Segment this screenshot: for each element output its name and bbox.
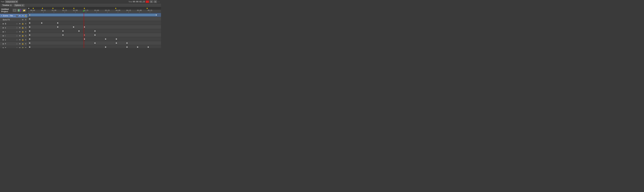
timeline-track-x[interactable] (28, 45, 161, 48)
project-title: Untitled Project (1, 8, 12, 13)
play-button[interactable]: ▶ (28, 8, 30, 9)
timeline-tracks[interactable] (28, 13, 161, 48)
i-left-dot (29, 34, 30, 36)
s-eye-icon[interactable]: 👁 (18, 39, 21, 41)
expand-arrow-s[interactable]: ▶ (3, 39, 5, 41)
f-kf-1 (94, 42, 96, 44)
o-text-icon[interactable]: T (24, 27, 27, 29)
track-name-o: o (5, 27, 16, 29)
scene-mail-icon[interactable]: ✉ (22, 15, 24, 17)
b-text-icon[interactable]: T (24, 23, 27, 25)
track-row-o[interactable]: ▶ o ◎ 👁 🔒 T (0, 26, 28, 30)
timeline-track-o[interactable] (28, 25, 161, 29)
s-lock-icon[interactable]: 🔒 (22, 39, 24, 41)
r-circle-icon[interactable]: ◎ (16, 31, 18, 33)
tab-options-label: Options (15, 4, 21, 6)
track-name-borisfx: Boris FX (3, 19, 22, 21)
r-eye-icon[interactable]: 👁 (18, 31, 21, 33)
borisfx-left-dot (29, 18, 30, 20)
timeline-track-r[interactable] (28, 29, 161, 33)
path-select[interactable]: Independent (5, 0, 18, 3)
r-kf-3 (94, 30, 96, 32)
track-row-scene[interactable]: ▼ Scene - Title Container 7 🎬 👁 ✉ 🔒 (0, 14, 28, 18)
borisfx-text-icon[interactable]: T (24, 19, 27, 21)
timeline-track-borisfx[interactable] (28, 17, 161, 21)
timeline-track-b[interactable] (28, 21, 161, 25)
b-eye-icon[interactable]: 👁 (18, 23, 21, 25)
x-text-icon[interactable]: T (24, 47, 27, 48)
s-text-icon[interactable]: T (24, 39, 27, 41)
track-row-borisfx[interactable]: Boris FX 👁 T (0, 18, 28, 22)
scene-track-icons: 🎬 👁 ✉ 🔒 (16, 15, 27, 17)
expand-arrow-b[interactable]: ▶ (3, 23, 5, 25)
i-kf-1 (62, 34, 64, 36)
i-text-icon[interactable]: T (24, 35, 27, 37)
f-text-icon[interactable]: T (24, 43, 27, 45)
x-lock-icon[interactable]: 🔒 (22, 47, 24, 48)
tab-options-close[interactable]: ■ (22, 4, 24, 6)
f-circle-icon[interactable]: ◎ (16, 43, 18, 45)
o-lock-icon[interactable]: 🔒 (22, 27, 24, 29)
i-lock-icon[interactable]: 🔒 (22, 35, 24, 37)
time-label: Time (128, 1, 132, 3)
ruler-mark-0400: 04;00 (116, 10, 120, 13)
timeline-track-s[interactable] (28, 37, 161, 41)
svg-marker-2 (83, 10, 85, 12)
tab-timeline-close[interactable]: ■ (10, 4, 12, 6)
tab-timeline[interactable]: Timeline ■ (1, 4, 13, 7)
x-kf-4 (148, 46, 149, 48)
f-eye-icon[interactable]: 👁 (18, 43, 21, 45)
timeline-ruler[interactable]: 00;00 00;15 01;00 01;15 02;00 02;15 (28, 10, 161, 13)
color-bars-icon-button[interactable] (17, 9, 22, 12)
record-button[interactable] (146, 1, 149, 3)
scene-play-triangle (156, 14, 157, 16)
f-lock-icon[interactable]: 🔒 (22, 43, 24, 45)
timeline-track-scene[interactable] (28, 13, 161, 17)
x-eye-icon[interactable]: 👁 (18, 47, 21, 48)
track-row-b[interactable]: ▶ B ◎ 👁 🔒 T (0, 22, 28, 26)
thumbnail-icon-button[interactable] (12, 9, 17, 12)
expand-arrow-x[interactable]: ▶ (3, 47, 5, 48)
track-name-i: i (5, 35, 16, 37)
o-eye-icon[interactable]: 👁 (18, 27, 21, 29)
expand-arrow-i[interactable]: ▶ (3, 35, 5, 37)
track-row-s[interactable]: ▶ s ◎ 👁 🔒 T (0, 38, 28, 42)
e-button-2[interactable]: E (154, 1, 157, 3)
i-circle-icon[interactable]: ◎ (16, 35, 18, 37)
f-kf-3 (126, 42, 128, 44)
yellow-dot-8 (147, 8, 148, 9)
b-circle-icon[interactable]: ◎ (16, 23, 18, 25)
playhead-marker-triangle[interactable] (83, 10, 85, 12)
i-eye-icon[interactable]: 👁 (18, 35, 21, 37)
track-row-f[interactable]: ▶ F ◎ 👁 🔒 T (0, 42, 28, 46)
tab-options[interactable]: Options ■ (14, 4, 25, 7)
timeline-track-f[interactable] (28, 41, 161, 45)
path-label: Path (1, 1, 4, 3)
track-row-i[interactable]: ▶ i ◎ 👁 🔒 T (0, 34, 28, 38)
expand-arrow-o[interactable]: ▶ (3, 27, 5, 29)
expand-arrow-f[interactable]: ▶ (3, 43, 5, 45)
scene-eye-icon[interactable]: 👁 (18, 15, 21, 17)
b-lock-icon[interactable]: 🔒 (22, 23, 24, 25)
more-options-button[interactable]: ··· (158, 1, 160, 3)
e-button-1[interactable]: E (150, 1, 153, 3)
r-text-icon[interactable]: T (24, 31, 27, 33)
o-circle-icon[interactable]: ◎ (16, 27, 18, 29)
timeline-track-i[interactable] (28, 33, 161, 37)
scene-lock-icon[interactable]: 🔒 (24, 15, 27, 17)
scene-video-icon[interactable]: 🎬 (16, 15, 18, 17)
playhead-bar[interactable]: ▶ (28, 7, 161, 10)
x-kf-2 (126, 46, 128, 48)
r-lock-icon[interactable]: 🔒 (22, 31, 24, 33)
x-circle-icon[interactable]: ◎ (16, 47, 18, 48)
folder-icon-button[interactable]: 📁 (22, 9, 26, 12)
b-kf-2 (57, 22, 58, 24)
expand-arrow-r[interactable]: ▶ (3, 31, 5, 33)
x-left-dot (29, 46, 30, 48)
track-row-r[interactable]: ▶ r ◎ 👁 🔒 T (0, 30, 28, 34)
s-circle-icon[interactable]: ◎ (16, 39, 18, 41)
track-row-x[interactable]: ▶ X ◎ 👁 🔒 T (0, 46, 28, 48)
expand-arrow-scene[interactable]: ▼ (0, 15, 3, 17)
time-display: 00:00:02;15 (133, 1, 145, 3)
borisfx-eye-icon[interactable]: 👁 (22, 19, 24, 21)
